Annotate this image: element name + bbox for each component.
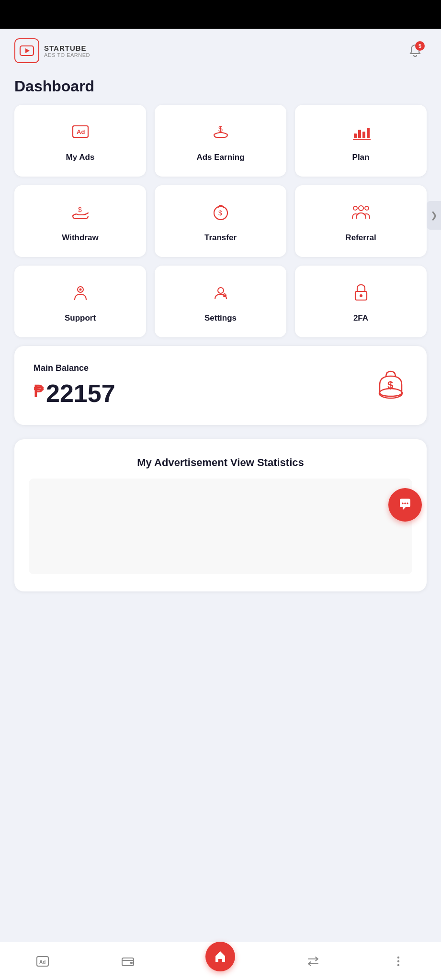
bottom-nav: Ad [0,942,441,980]
menu-card-transfer[interactable]: $ Transfer [155,185,286,257]
support-icon [70,282,91,306]
stats-section: My Advertisement View Statistics [0,439,441,591]
menu-card-ads-earning[interactable]: $ Ads Earning [155,105,286,177]
nav-home[interactable] [196,947,245,975]
plan-label: Plan [352,153,370,162]
svg-marker-1 [25,48,30,53]
logo-text-block: STARTUBE ADS TO EARNED [44,44,90,58]
svg-point-28 [404,502,406,504]
referral-label: Referral [345,233,376,243]
svg-rect-7 [362,132,365,138]
notification-badge: 5 [415,41,425,51]
ad-icon: Ad [70,121,91,145]
currency-symbol: ₱ [34,382,44,401]
settings-label: Settings [204,313,237,323]
settings-icon [210,282,231,306]
page-title: Dashboard [0,73,441,105]
svg-point-37 [397,960,399,962]
logo-area: STARTUBE ADS TO EARNED [14,38,90,63]
stats-chart [29,479,412,574]
svg-point-36 [397,956,399,958]
nav-more[interactable] [382,950,415,972]
chart-icon [351,121,372,145]
top-status-bar [0,0,441,29]
svg-point-25 [360,294,362,297]
menu-grid: Ad My Ads $ Ads Earning Plan [0,105,441,337]
chat-fab-button[interactable] [388,488,422,522]
lock-icon [351,282,372,306]
menu-card-withdraw[interactable]: $ Withdraw [14,185,146,257]
balance-info: Main Balance ₱ 22157 [34,363,115,408]
menu-card-my-ads[interactable]: Ad My Ads [14,105,146,177]
svg-text:Ad: Ad [77,128,85,135]
withdraw-icon: $ [70,201,91,225]
svg-text:$: $ [387,379,393,391]
svg-text:Ad: Ad [39,959,45,965]
svg-rect-35 [130,962,133,964]
svg-point-18 [218,288,224,293]
header: STARTUBE ADS TO EARNED 5 [0,29,441,73]
home-button[interactable] [205,942,235,971]
svg-point-13 [359,206,363,211]
svg-point-14 [353,206,357,210]
menu-card-support[interactable]: Support [14,266,146,337]
notification-button[interactable]: 5 [404,39,427,62]
ads-earning-label: Ads Earning [196,153,244,162]
balance-value: 22157 [46,379,115,408]
nav-transfer[interactable] [296,950,330,972]
svg-point-27 [402,502,404,504]
svg-rect-5 [354,134,357,138]
bag-dollar-icon: $ [210,201,231,225]
svg-text:$: $ [218,125,223,133]
referral-icon [351,201,372,225]
svg-point-17 [79,289,81,291]
2fa-label: 2FA [353,313,368,323]
balance-label: Main Balance [34,363,115,373]
svg-text:$: $ [78,206,82,213]
withdraw-label: Withdraw [62,233,98,243]
nav-ads[interactable]: Ad [26,950,59,972]
menu-card-plan[interactable]: Plan [295,105,427,177]
scroll-hint: ❯ [427,201,441,230]
nav-wallet[interactable] [111,950,145,972]
menu-card-2fa[interactable]: 2FA [295,266,427,337]
app-name: STARTUBE [44,44,90,52]
balance-amount: ₱ 22157 [34,379,115,408]
support-label: Support [65,313,96,323]
svg-point-38 [397,964,399,966]
svg-rect-8 [367,128,370,138]
transfer-label: Transfer [204,233,237,243]
svg-rect-6 [358,130,361,138]
menu-card-settings[interactable]: Settings [155,266,286,337]
stats-title: My Advertisement View Statistics [29,457,412,469]
balance-bag-icon: $ [374,366,407,405]
balance-card: Main Balance ₱ 22157 $ [14,346,427,425]
app-subtitle: ADS TO EARNED [44,52,90,58]
money-hand-icon: $ [210,121,231,145]
svg-text:$: $ [218,209,222,217]
stats-card: My Advertisement View Statistics [14,439,427,591]
logo-icon [14,38,39,63]
svg-point-15 [365,206,369,210]
balance-section: Main Balance ₱ 22157 $ [0,346,441,425]
menu-card-referral[interactable]: Referral [295,185,427,257]
my-ads-label: My Ads [66,153,95,162]
svg-point-29 [407,502,408,504]
